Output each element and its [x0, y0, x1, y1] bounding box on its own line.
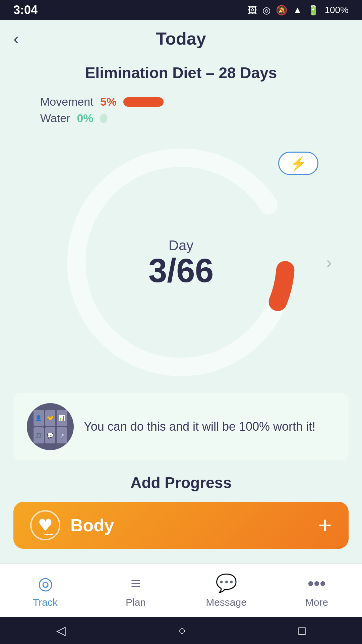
- nav-more[interactable]: ••• More: [272, 573, 362, 608]
- nav-message[interactable]: 💬 Message: [181, 573, 272, 608]
- wifi-icon: ▲: [293, 5, 302, 15]
- main-content: Elimination Diet – 28 Days Movement 5% W…: [0, 57, 362, 564]
- progress-legend: Movement 5% Water 0%: [40, 95, 349, 125]
- avatar-icon-1: 👤: [34, 410, 44, 426]
- plan-label: Plan: [126, 597, 146, 608]
- day-number: 3/66: [148, 254, 214, 287]
- status-time: 3:04: [13, 3, 38, 17]
- next-arrow-button[interactable]: ›: [326, 253, 332, 272]
- image-icon: 🖼: [248, 5, 257, 16]
- back-button[interactable]: ‹: [13, 29, 19, 48]
- water-bar: [100, 114, 107, 123]
- message-label: Message: [206, 597, 247, 608]
- plan-title: Elimination Diet – 28 Days: [85, 64, 277, 82]
- add-progress-title: Add Progress: [130, 474, 232, 492]
- track-icon: ◎: [38, 573, 53, 593]
- avatar-icon-5: 💬: [45, 427, 56, 443]
- body-add-icon: +: [318, 512, 332, 539]
- day-center-text: Day 3/66: [148, 237, 214, 287]
- sys-recents-button[interactable]: □: [298, 624, 306, 638]
- target-icon: ◎: [262, 5, 270, 16]
- movement-legend-item: Movement 5%: [40, 95, 349, 108]
- page-title: Today: [156, 29, 206, 49]
- water-legend-item: Water 0%: [40, 112, 349, 125]
- plan-icon: ≡: [131, 573, 141, 593]
- sys-back-button[interactable]: ◁: [56, 624, 66, 638]
- header: ‹ Today: [0, 20, 362, 57]
- avatar-icon-4: 🎵: [34, 427, 44, 443]
- status-icons: 🖼 ◎ 🔕 ▲ 🔋 100%: [248, 5, 349, 16]
- movement-pct: 5%: [100, 95, 117, 108]
- coach-avatar: 👤 🤝 📊 🎵 💬 ↗: [27, 403, 74, 450]
- progress-circle-area: Day 3/66 ⚡ ›: [50, 131, 312, 393]
- day-label: Day: [148, 237, 214, 254]
- system-nav-bar: ◁ ○ □: [0, 617, 362, 644]
- track-label: Track: [33, 597, 58, 608]
- message-icon: 💬: [216, 573, 237, 593]
- status-bar: 3:04 🖼 ◎ 🔕 ▲ 🔋 100%: [0, 0, 362, 20]
- water-pct: 0%: [77, 112, 93, 125]
- nav-plan[interactable]: ≡ Plan: [90, 573, 181, 608]
- movement-label: Movement: [40, 95, 94, 108]
- body-btn-label: Body: [70, 515, 114, 535]
- sys-home-button[interactable]: ○: [178, 624, 186, 638]
- body-btn-left: ♥̲ Body: [30, 510, 114, 540]
- body-button[interactable]: ♥̲ Body +: [13, 502, 349, 549]
- more-label: More: [305, 597, 328, 608]
- battery-icon: 🔋: [307, 5, 319, 16]
- more-icon: •••: [308, 573, 326, 593]
- water-label: Water: [40, 112, 70, 125]
- avatar-icon-2: 🤝: [45, 410, 56, 426]
- heart-monitor-icon: ♥̲: [30, 510, 60, 540]
- avatar-icon-3: 📊: [57, 410, 67, 426]
- movement-bar: [123, 97, 164, 107]
- battery-pct: 100%: [324, 5, 349, 15]
- nav-track[interactable]: ◎ Track: [0, 573, 90, 608]
- bottom-nav: ◎ Track ≡ Plan 💬 Message ••• More: [0, 564, 362, 617]
- lightning-button[interactable]: ⚡: [278, 152, 318, 175]
- mute-icon: 🔕: [276, 5, 288, 16]
- motivation-section: 👤 🤝 📊 🎵 💬 ↗ You can do this and it will …: [13, 393, 349, 460]
- avatar-icon-6: ↗: [57, 427, 67, 443]
- motivation-text: You can do this and it will be 100% wort…: [84, 418, 315, 435]
